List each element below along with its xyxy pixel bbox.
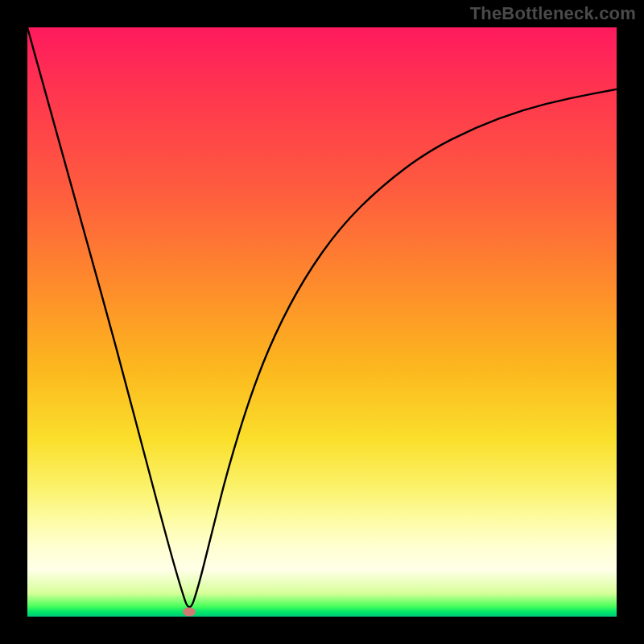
- watermark-text: TheBottleneck.com: [470, 3, 636, 24]
- chart-frame: TheBottleneck.com: [0, 0, 644, 644]
- minimum-marker: [183, 608, 196, 617]
- bottleneck-curve-svg: [27, 27, 617, 617]
- bottleneck-curve-path: [27, 27, 617, 607]
